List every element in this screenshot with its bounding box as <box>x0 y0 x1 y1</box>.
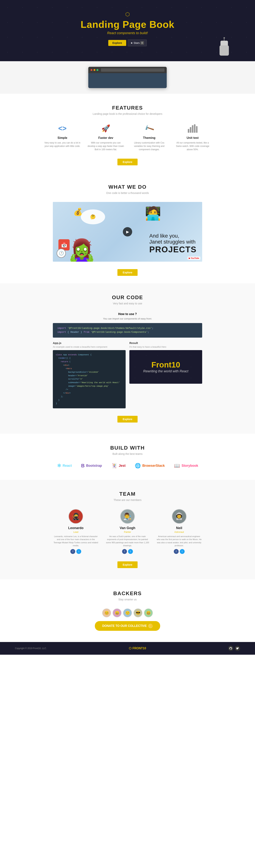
code-header: 'Front10' <box>77 375 88 377</box>
bar-1 <box>188 129 189 133</box>
footer-copyright: Copyright © 2019 Front10, LLC. <box>15 647 47 650</box>
github-icon[interactable] <box>228 646 233 651</box>
code-class: class <box>56 354 62 356</box>
import-path-1: '@front10/landing-page-book/dist/themes/… <box>68 327 152 330</box>
donate-label: DONATE TO OUR COLLECTIVE <box>102 624 147 628</box>
code-div-close: div <box>66 392 69 394</box>
twitter-icon-neil[interactable]: t <box>180 549 185 554</box>
name-leonardo: Leonardo <box>68 526 84 530</box>
code-explore-button[interactable]: Explore <box>118 416 137 423</box>
code-return: return <box>61 361 68 363</box>
avatar-leonardo: 🥷 <box>68 509 83 524</box>
robot-body <box>220 45 229 56</box>
facebook-icon-vangogh[interactable]: f <box>122 549 127 554</box>
code-subheader: 'Rewriting the world with React' <box>81 381 120 384</box>
code-bgcolor: '#111019' <box>88 371 99 373</box>
stars-count: 0 <box>140 41 144 44</box>
social-vangogh: f t <box>122 549 133 554</box>
feature-faster-desc: With our components you can develop a we… <box>87 141 125 151</box>
footer-hex-icon: ⬡ <box>129 647 131 650</box>
what-explore-button[interactable]: Explore <box>118 269 137 276</box>
bar-5 <box>196 126 197 133</box>
code-subtitle: Very fast and easy to use <box>15 302 240 305</box>
code-columns: App.js An example used to create a beaut… <box>53 341 202 408</box>
hero-hex-icon: ⬡ <box>125 11 130 18</box>
team-title: TEAM <box>15 491 240 497</box>
app-js-column: App.js An example used to create a beaut… <box>53 341 126 408</box>
browser-url-bar <box>101 68 164 72</box>
hero-stars-button[interactable]: ★ Stars 0 <box>128 39 147 46</box>
twitter-footer-icon[interactable] <box>235 646 240 651</box>
features-explore-button[interactable]: Explore <box>118 159 137 165</box>
backer-4: 😎 <box>133 609 142 617</box>
name-neil: Neil <box>176 526 182 530</box>
jest-logo: 🃏 Jest <box>111 463 125 469</box>
hero-robot-decoration <box>216 39 232 56</box>
hero-title: Landing Page Book <box>81 19 174 30</box>
hero-explore-button[interactable]: Explore <box>108 40 126 46</box>
what-title: WHAT WE DO <box>15 184 240 190</box>
import-from: from <box>84 331 91 334</box>
twitter-icon-leonardo[interactable]: t <box>76 549 81 554</box>
feature-unittest-desc: All our components tested, like a Swiss … <box>174 141 212 151</box>
browser-minimize-dot <box>94 69 95 71</box>
unittest-icon <box>188 123 197 134</box>
backer-3: 🙂 <box>123 609 132 617</box>
name-vangogh: Van Gogh <box>120 526 135 530</box>
backer-5: 😃 <box>144 609 153 617</box>
result-column: Result It's that easy to have a beautifu… <box>129 341 202 408</box>
feature-simple-desc: Very easy to use, you can do a lot in yo… <box>43 141 82 148</box>
team-explore-button[interactable]: Explore <box>118 561 137 568</box>
result-brand: Front10 <box>151 361 180 369</box>
hero-buttons: Explore ★ Stars 0 <box>108 39 147 46</box>
team-grid: 🥷 Leonardo Lead Leonardo, nickname Leo, … <box>53 509 202 554</box>
avatar-neil: 👨‍🚀 <box>172 509 187 524</box>
feature-faster-name: Faster dev <box>98 136 113 140</box>
backer-2: 😄 <box>113 609 122 617</box>
stars-label: ★ Stars <box>130 41 140 44</box>
team-card-vangogh: 👨‍🎨 Van Gogh Painter He was a Dutch pain… <box>104 509 151 554</box>
code-hero-tag: Hero <box>67 368 72 370</box>
clock-icon: 🕐 <box>57 249 66 258</box>
import-keyword-1: import <box>57 327 68 330</box>
team-subtitle: These are our members <box>15 498 240 501</box>
feature-simple: <> Simple Very easy to use, you can do a… <box>43 123 82 151</box>
build-subtitle: Built along the best teams <box>15 453 240 455</box>
woman-figure: 🧟‍♀️ <box>68 239 96 262</box>
what-we-do-section: WHAT WE DO One code is better a thousand… <box>0 177 255 283</box>
footer-social <box>228 646 240 651</box>
bar-4 <box>194 124 195 133</box>
features-title: FEATURES <box>15 105 240 111</box>
footer-logo: ⬡ FRONT10 <box>129 647 146 650</box>
facebook-icon-neil[interactable]: f <box>174 549 179 554</box>
features-grid: <> Simple Very easy to use, you can do a… <box>43 123 212 151</box>
browser-maximize-dot <box>97 69 98 71</box>
jest-label: Jest <box>119 464 125 468</box>
react-label: React <box>63 464 72 468</box>
role-vangogh: Painter <box>124 531 131 533</box>
code-render: render <box>58 357 66 359</box>
backers-section: BACKERS Stay smarter us 😊 😄 🙂 😎 😃 DONATE… <box>0 579 255 642</box>
video-text-line2: Janet struggles with <box>149 239 197 245</box>
build-logos: ⚛ React B Bootstrap 🃏 Jest 🌐 BrowserStac… <box>15 463 240 469</box>
desc-vangogh: He was a Dutch painter, one of the main … <box>104 535 151 547</box>
import-path-2: '@front10/landing-page-book/Components' <box>91 331 148 334</box>
twitter-icon-vangogh[interactable]: t <box>128 549 133 554</box>
bar-2 <box>190 127 191 133</box>
play-button[interactable]: ▶ <box>123 227 132 237</box>
storybook-icon: 📖 <box>174 463 180 469</box>
video-text-projects: PROJECTS <box>149 245 197 254</box>
feature-theming: 🔨 Theming Library customization with Css… <box>130 123 168 151</box>
features-section: FEATURES Landing page book is the profes… <box>0 94 255 177</box>
video-container[interactable]: 📅 🕐 💰 🧟‍♀️ 🤔 🧑‍💻 And like you, Janet str… <box>53 202 202 262</box>
result-slogan: Rewriting the world with React <box>143 369 188 373</box>
donate-button[interactable]: DONATE TO OUR COLLECTIVE 💛 <box>95 621 160 631</box>
how-desc: You can import our components of easy fr… <box>15 317 240 320</box>
code-extends: extends <box>68 354 77 356</box>
facebook-icon-leonardo[interactable]: f <box>70 549 75 554</box>
footer-logo-text: FRONT10 <box>132 647 146 650</box>
avatar-icon-leonardo: 🥷 <box>72 513 80 520</box>
role-neil: Astronaut <box>174 531 184 533</box>
code-image: 'images/hero/top-image.png' <box>75 385 109 387</box>
desk-person: 🧑‍💻 <box>145 206 161 221</box>
